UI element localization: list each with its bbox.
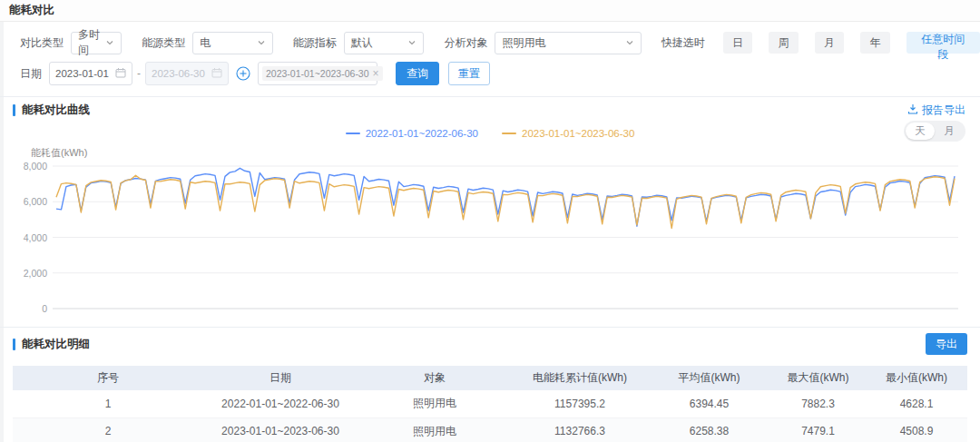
col-min: 最小值(kWh) [866,366,967,390]
table-section-title: 能耗对比明细 [0,335,980,353]
chevron-down-icon [105,38,114,47]
analysis-object-select[interactable]: 照明用电 [495,32,641,54]
y-axis-ticks: 8,0006,0004,0002,0000 [7,162,53,314]
legend-marker-1 [502,133,516,134]
quick-week-button[interactable]: 周 [769,32,799,54]
chevron-down-icon [407,38,416,47]
filter-row-2: 日期 2023-01-01 - 2023-06-30 2023-01-01~20… [20,60,980,87]
filter-panel: 对比类型 多时间 能源类型 电 能源指标 默认 分析对象 [0,22,980,96]
compare-type-select[interactable]: 多时间 [71,32,122,54]
title-accent-bar [13,339,15,350]
quick-month-button[interactable]: 月 [815,32,845,54]
table-section: 导出 能耗对比明细 序号 日期 对象 电能耗累计值(kWh) 平均值(kWh) … [0,327,980,442]
indicator-select[interactable]: 默认 [344,32,425,54]
chart-section: 报告导出 天 月 能耗对比曲线 2022-01-01~2022-06-30 20… [0,96,980,314]
calendar-icon [115,67,126,80]
query-button[interactable]: 查询 [396,62,439,85]
date-end-input[interactable]: 2023-06-30 [145,62,229,85]
col-average: 平均值(kWh) [648,366,770,390]
table-header-row: 序号 日期 对象 电能耗累计值(kWh) 平均值(kWh) 最大值(kWh) 最… [13,366,967,390]
quick-day-button[interactable]: 日 [723,32,753,54]
col-object: 对象 [358,366,512,390]
table-row: 1 2022-01-01~2022-06-30 照明用电 1157395.2 6… [13,390,967,417]
remove-tag-icon[interactable]: × [373,68,379,79]
table-export-button[interactable]: 导出 [926,333,967,355]
download-icon [907,103,918,117]
granularity-day-button[interactable]: 天 [906,123,935,140]
chevron-down-icon [625,38,634,47]
calendar-icon [211,67,222,80]
y-axis-title: 能耗值(kWh) [31,146,980,160]
energy-comparison-page: 能耗对比 对比类型 多时间 能源类型 电 能源指标 默认 [0,0,980,442]
quick-select-label: 快捷选时 [662,35,705,51]
col-max: 最大值(kWh) [770,366,866,390]
indicator-label: 能源指标 [293,35,337,51]
page-header: 能耗对比 [0,0,980,22]
chart-section-title: 能耗对比曲线 [0,101,980,119]
title-accent-bar [13,104,15,116]
chevron-down-icon [257,38,266,47]
legend-marker-0 [346,133,360,134]
comparison-line-chart[interactable] [53,162,958,314]
date-start-input[interactable]: 2023-01-01 [49,62,132,85]
col-index: 序号 [13,366,203,390]
col-date: 日期 [203,366,358,390]
granularity-toggle: 天 月 [904,121,965,142]
col-total: 电能耗累计值(kWh) [512,366,648,390]
legend-item-2023[interactable]: 2023-01-01~2023-06-30 [502,126,634,141]
reset-button[interactable]: 重置 [448,62,490,85]
compare-type-label: 对比类型 [20,35,64,51]
plot-area: 8,0006,0004,0002,0000 [0,162,980,314]
add-period-icon[interactable] [236,66,250,81]
report-export-link[interactable]: 报告导出 [907,103,965,118]
legend-item-2022[interactable]: 2022-01-01~2022-06-30 [346,126,478,141]
date-range-separator: - [137,67,141,80]
chart-legend: 2022-01-01~2022-06-30 2023-01-01~2023-06… [0,126,980,141]
filter-row-1: 对比类型 多时间 能源类型 电 能源指标 默认 分析对象 [20,29,980,56]
period-tag: 2023-01-01~2023-06-30 × [262,66,383,81]
page-title: 能耗对比 [9,3,54,18]
legend-label-1: 2023-01-01~2023-06-30 [522,128,634,139]
legend-label-0: 2022-01-01~2022-06-30 [366,128,478,139]
energy-type-select[interactable]: 电 [192,32,273,54]
any-period-button[interactable]: 任意时间段 [906,32,980,54]
period-tag-box[interactable]: 2023-01-01~2023-06-30 × [258,62,377,85]
detail-table: 序号 日期 对象 电能耗累计值(kWh) 平均值(kWh) 最大值(kWh) 最… [13,366,967,442]
energy-type-label: 能源类型 [142,35,185,51]
table-row: 2 2023-01-01~2023-06-30 照明用电 1132766.3 6… [13,417,967,442]
granularity-month-button[interactable]: 月 [935,123,964,140]
analysis-object-label: 分析对象 [444,35,487,51]
date-label: 日期 [20,66,42,82]
quick-year-button[interactable]: 年 [860,32,890,54]
